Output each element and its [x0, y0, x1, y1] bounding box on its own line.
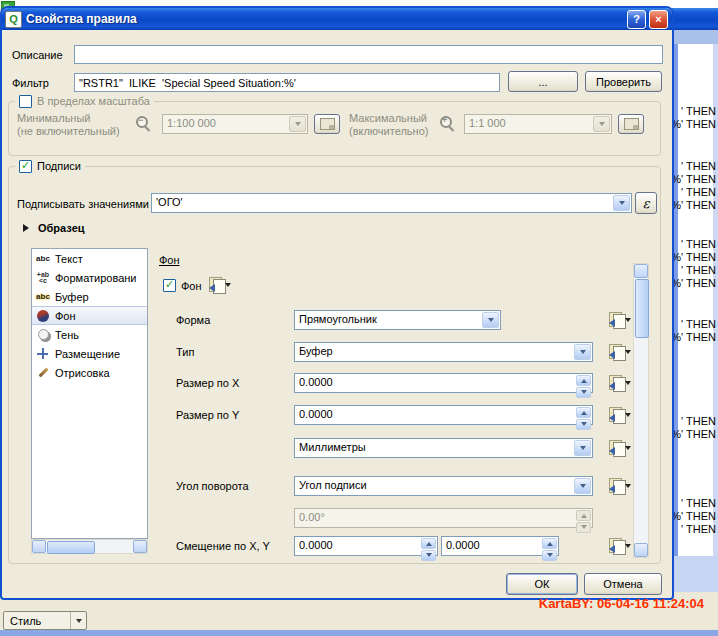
data-defined-button[interactable] [605, 374, 631, 392]
background-window: ' THEN@%' THEN' THEN@%' THEN' THEN@%' TH… [672, 0, 718, 592]
spin-up-button [576, 510, 591, 521]
scrollbar-thumb[interactable] [635, 279, 649, 338]
spin-up-button[interactable] [542, 538, 557, 549]
filter-browse-button[interactable]: ... [508, 71, 578, 92]
combo-value: Угол подписи [295, 477, 573, 495]
field-label: Угол поворота [176, 480, 249, 492]
max-scale-from-canvas-button[interactable] [618, 114, 644, 134]
combo-box[interactable]: Буфер [294, 342, 593, 362]
spin-up-button[interactable] [576, 407, 591, 418]
background-text-line: ' THEN [681, 523, 716, 535]
min-scale-from-canvas-button[interactable] [314, 114, 340, 134]
chevron-down-icon[interactable] [574, 344, 591, 360]
scroll-down-button[interactable] [634, 543, 648, 557]
field-label: Тип [176, 346, 194, 358]
background-form: ФормаПрямоугольникТипБуферРазмер по X0.0… [9, 167, 662, 563]
scale-range-group: В пределах масштаба Минимальный (не вклю… [8, 101, 661, 156]
background-text-line: ' THEN [681, 238, 716, 250]
spin-up-button[interactable] [421, 538, 436, 549]
description-label: Описание [12, 49, 63, 61]
data-defined-button[interactable] [605, 439, 631, 457]
cancel-button[interactable]: Отмена [584, 573, 662, 595]
labels-group: Подписи Подписывать значениями 'ОГО' ε О… [8, 166, 661, 564]
chevron-down-icon [625, 484, 631, 491]
data-defined-button[interactable] [605, 343, 631, 361]
background-text-line: ' THEN [681, 318, 716, 330]
field-label: Смещение по X, Y [176, 540, 270, 552]
arrow-icon [605, 382, 615, 390]
data-defined-button[interactable] [605, 406, 631, 424]
spin-down-button[interactable] [542, 550, 557, 561]
scroll-up-button[interactable] [634, 264, 648, 278]
spin-value: 0.0000 [295, 406, 575, 424]
data-defined-button[interactable] [605, 537, 631, 555]
spin-box[interactable]: 0.0000 [294, 373, 593, 393]
desktop-strip [0, 0, 672, 8]
arrow-icon [605, 485, 615, 493]
combo-box[interactable]: Прямоугольник [294, 310, 501, 330]
spin-box[interactable]: 0.0000 [294, 405, 593, 425]
rule-properties-dialog: Q Свойства правила ? × Описание Фильтр .… [2, 8, 672, 598]
dialog-title: Свойства правила [26, 12, 624, 26]
arrow-icon [605, 414, 615, 422]
map-icon [624, 118, 639, 130]
screen: ' THEN@%' THEN' THEN@%' THEN' THEN@%' TH… [0, 0, 718, 636]
arrow-icon [605, 447, 615, 455]
background-text-line: ' THEN [681, 105, 716, 117]
spin-down-button[interactable] [421, 550, 436, 561]
description-input[interactable] [74, 45, 663, 64]
combo-value: Миллиметры [295, 439, 573, 457]
chevron-down-icon[interactable] [574, 440, 591, 456]
combo-box[interactable]: Миллиметры [294, 438, 593, 458]
style-button[interactable]: Стиль [3, 611, 87, 630]
zoom-out-icon [135, 115, 152, 132]
chevron-down-icon[interactable] [70, 612, 86, 629]
background-text-line: ' THEN [681, 186, 716, 198]
filter-input[interactable] [74, 73, 500, 92]
arrow-icon [605, 351, 615, 359]
spin-value: 0.00° [295, 509, 575, 527]
scale-range-title: В пределах масштаба [37, 95, 150, 107]
spin-box: 0.00° [294, 508, 593, 528]
filter-test-button[interactable]: Проверить [585, 71, 662, 92]
chevron-down-icon [625, 350, 631, 357]
max-scale-label-line2: (включительно) [349, 125, 428, 138]
chevron-down-icon[interactable] [574, 478, 591, 494]
ok-button[interactable]: ОК [506, 573, 578, 595]
scale-range-checkbox[interactable] [19, 95, 32, 108]
app-icon: Q [5, 11, 22, 28]
spin-box[interactable]: 0.0000 [441, 536, 559, 556]
background-text-line: ' THEN [681, 160, 716, 172]
scale-range-legend: В пределах масштаба [15, 93, 154, 109]
close-button[interactable]: × [649, 10, 668, 29]
map-icon [320, 118, 335, 130]
background-text: ' THEN@%' THEN' THEN@%' THEN' THEN@%' TH… [672, 0, 718, 592]
zoom-in-icon [439, 115, 456, 132]
spin-down-button [576, 522, 591, 533]
combo-box[interactable]: Угол подписи [294, 476, 593, 496]
max-scale-label: Максимальный (включительно) [349, 112, 428, 138]
combo-value: Буфер [295, 343, 573, 361]
chevron-down-icon [625, 544, 631, 551]
chevron-down-icon [625, 381, 631, 388]
spin-down-button[interactable] [576, 419, 591, 430]
chevron-down-icon [593, 116, 610, 132]
vertical-scrollbar[interactable] [633, 263, 649, 558]
min-scale-label-line1: Минимальный [17, 112, 120, 125]
min-scale-label-line2: (не включительный) [17, 125, 120, 138]
spin-up-button[interactable] [576, 375, 591, 386]
chevron-down-icon[interactable] [482, 312, 499, 328]
chevron-down-icon [289, 116, 306, 132]
spin-box[interactable]: 0.0000 [294, 536, 438, 556]
arrow-icon [605, 545, 615, 553]
max-scale-label-line1: Максимальный [349, 112, 428, 125]
background-text-line: ' THEN [681, 415, 716, 427]
help-button[interactable]: ? [627, 10, 646, 29]
max-scale-combo: 1:1 000 [464, 114, 612, 134]
background-text-line: ' THEN [681, 497, 716, 509]
spin-down-button[interactable] [576, 387, 591, 398]
dialog-titlebar[interactable]: Q Свойства правила ? × [2, 8, 672, 30]
combo-value: 1:1 000 [465, 115, 592, 133]
data-defined-button[interactable] [605, 477, 631, 495]
data-defined-button[interactable] [605, 311, 631, 329]
